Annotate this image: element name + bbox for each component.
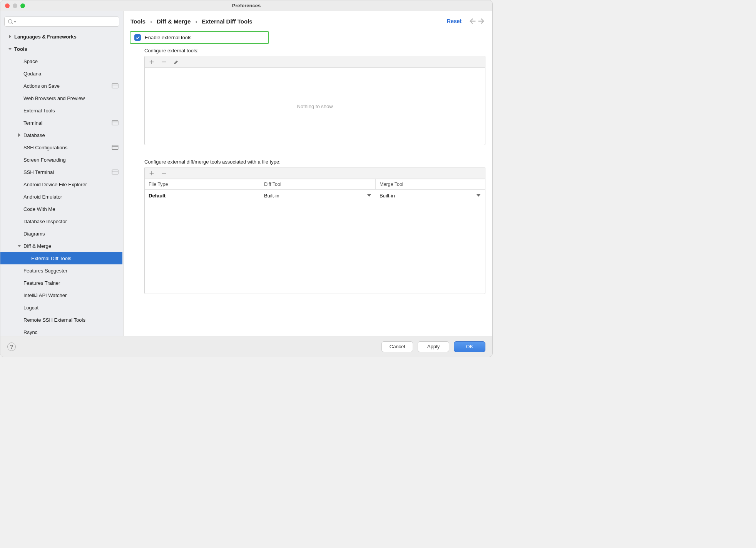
search-input[interactable] <box>4 17 119 27</box>
sidebar-item-space[interactable]: Space <box>0 55 122 67</box>
cell-diff-tool[interactable]: Built-in <box>260 193 376 199</box>
sidebar-item-database-inspector[interactable]: Database Inspector <box>0 215 122 227</box>
sidebar-cat-languages[interactable]: Languages & Frameworks <box>0 30 122 43</box>
sidebar-item-terminal[interactable]: Terminal <box>0 117 122 129</box>
sidebar-item-ssh-terminal[interactable]: SSH Terminal <box>0 166 122 178</box>
table-header: File Type Diff Tool Merge Tool <box>145 179 485 190</box>
settings-indicator-icon <box>112 120 119 125</box>
crumb-tools[interactable]: Tools <box>130 18 146 25</box>
header: Tools › Diff & Merge › External Diff Too… <box>124 11 492 31</box>
enable-external-tools-checkbox[interactable] <box>134 34 141 41</box>
chevron-right-icon: › <box>150 18 152 25</box>
chevron-right-icon: › <box>195 18 197 25</box>
configure-tools-label: Configure external tools: <box>144 48 485 53</box>
help-button[interactable]: ? <box>7 342 16 351</box>
cell-merge-tool[interactable]: Built-in <box>376 193 485 199</box>
col-merge-tool: Merge Tool <box>376 179 485 189</box>
svg-rect-6 <box>112 145 118 149</box>
crumb-external-diff: External Diff Tools <box>202 18 252 25</box>
sidebar: Languages & Frameworks Tools Space Qodan… <box>0 11 124 336</box>
svg-point-0 <box>8 20 12 23</box>
settings-indicator-icon <box>112 169 119 175</box>
chevron-down-icon <box>367 194 371 197</box>
reset-link[interactable]: Reset <box>447 18 462 24</box>
empty-text: Nothing to show <box>145 68 485 145</box>
sidebar-cat-tools[interactable]: Tools <box>0 43 122 55</box>
settings-indicator-icon <box>112 83 119 89</box>
filetype-panel: File Type Diff Tool Merge Tool Default B… <box>144 167 485 294</box>
sidebar-item-database[interactable]: Database <box>0 129 122 141</box>
sidebar-item-qodana[interactable]: Qodana <box>0 67 122 80</box>
crumb-diff-merge[interactable]: Diff & Merge <box>157 18 191 25</box>
window-title: Preferences <box>232 3 261 8</box>
col-file-type: File Type <box>145 179 260 189</box>
check-icon <box>135 35 140 40</box>
svg-rect-8 <box>112 170 118 174</box>
sidebar-item-android-device-file[interactable]: Android Device File Explorer <box>0 178 122 190</box>
back-icon[interactable] <box>468 17 477 25</box>
cell-file-type: Default <box>145 193 260 199</box>
minimize-window-button[interactable] <box>13 3 17 8</box>
enable-external-tools-label: Enable external tools <box>145 35 191 40</box>
maximize-window-button[interactable] <box>20 3 25 8</box>
settings-tree: Languages & Frameworks Tools Space Qodan… <box>0 30 123 336</box>
chevron-right-icon <box>17 133 21 137</box>
svg-rect-2 <box>112 84 118 88</box>
sidebar-item-actions-on-save[interactable]: Actions on Save <box>0 80 122 92</box>
external-tools-panel: Nothing to show <box>144 56 485 145</box>
add-icon[interactable] <box>149 59 155 65</box>
forward-icon[interactable] <box>477 17 485 25</box>
sidebar-item-android-emulator[interactable]: Android Emulator <box>0 190 122 203</box>
breadcrumb: Tools › Diff & Merge › External Diff Too… <box>130 18 253 25</box>
sidebar-item-code-with-me[interactable]: Code With Me <box>0 203 122 215</box>
sidebar-item-logcat[interactable]: Logcat <box>0 301 122 314</box>
chevron-down-icon <box>8 47 12 51</box>
search-history-icon[interactable] <box>14 21 16 23</box>
titlebar: Preferences <box>0 0 492 11</box>
sidebar-item-diagrams[interactable]: Diagrams <box>0 227 122 240</box>
sidebar-item-ssh-config[interactable]: SSH Configurations <box>0 141 122 154</box>
close-window-button[interactable] <box>5 3 10 8</box>
sidebar-item-web-browsers[interactable]: Web Browsers and Preview <box>0 92 122 104</box>
apply-button[interactable]: Apply <box>418 341 449 352</box>
sidebar-item-features-trainer[interactable]: Features Trainer <box>0 277 122 289</box>
chevron-down-icon <box>477 194 480 197</box>
chevron-right-icon <box>8 35 12 38</box>
col-diff-tool: Diff Tool <box>260 179 376 189</box>
sidebar-item-external-diff-tools[interactable]: External Diff Tools <box>0 252 122 264</box>
table-row[interactable]: Default Built-in Built-in <box>145 190 485 201</box>
sidebar-item-screen-forwarding[interactable]: Screen Forwarding <box>0 154 122 166</box>
sidebar-item-rsync[interactable]: Rsync <box>0 326 122 336</box>
settings-indicator-icon <box>112 145 119 150</box>
configure-filetype-label: Configure external diff/merge tools asso… <box>144 159 485 165</box>
sidebar-item-remote-ssh-external[interactable]: Remote SSH External Tools <box>0 314 122 326</box>
sidebar-item-intellij-api-watcher[interactable]: IntelliJ API Watcher <box>0 289 122 301</box>
chevron-down-icon <box>17 244 21 248</box>
search-icon <box>7 18 13 25</box>
edit-icon[interactable] <box>173 59 179 65</box>
remove-icon[interactable] <box>161 59 167 65</box>
svg-line-1 <box>12 23 13 24</box>
add-icon[interactable] <box>149 170 155 176</box>
ok-button[interactable]: OK <box>454 341 485 352</box>
sidebar-item-features-suggester[interactable]: Features Suggester <box>0 264 122 277</box>
svg-rect-4 <box>112 120 118 125</box>
footer: ? Cancel Apply OK <box>0 336 492 357</box>
sidebar-item-diff-merge[interactable]: Diff & Merge <box>0 240 122 252</box>
remove-icon[interactable] <box>161 170 167 176</box>
highlight-box: Enable external tools <box>130 31 269 44</box>
sidebar-item-external-tools[interactable]: External Tools <box>0 104 122 117</box>
cancel-button[interactable]: Cancel <box>381 341 413 352</box>
